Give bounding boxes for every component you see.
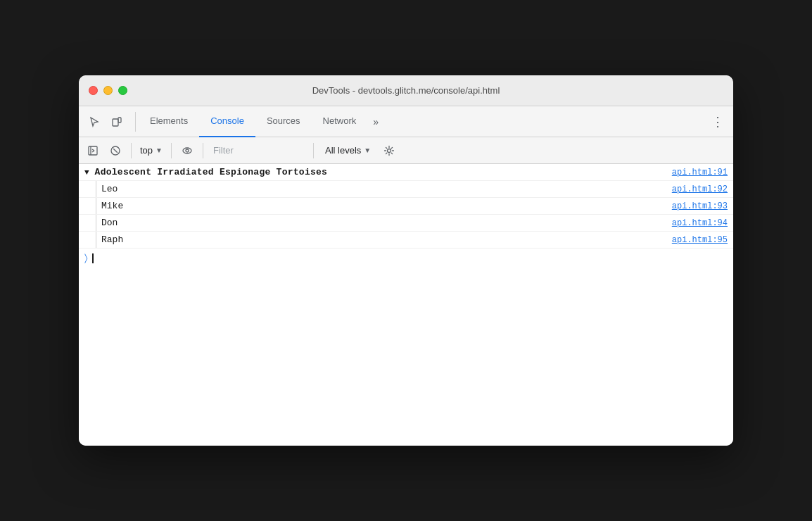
group-label: Adolescent Irradiated Espionage Tortoise… bbox=[95, 167, 658, 177]
console-content: ▼ Adolescent Irradiated Espionage Tortoi… bbox=[79, 164, 733, 446]
log-text-don: Don bbox=[101, 218, 661, 228]
tab-bar: Elements Console Sources Network » ⋮ bbox=[79, 106, 733, 137]
traffic-lights bbox=[89, 86, 127, 95]
svg-point-10 bbox=[388, 149, 391, 152]
console-toolbar: top ▼ All levels ▼ bbox=[79, 137, 733, 164]
svg-point-8 bbox=[183, 148, 191, 153]
toolbar-divider-3 bbox=[203, 143, 203, 158]
maximize-button[interactable] bbox=[118, 86, 127, 95]
log-group-header[interactable]: ▼ Adolescent Irradiated Espionage Tortoi… bbox=[79, 164, 733, 181]
more-options-button[interactable]: ⋮ bbox=[708, 112, 728, 132]
console-settings-button[interactable] bbox=[379, 141, 399, 161]
indent-line bbox=[96, 232, 96, 248]
toolbar-divider-4 bbox=[313, 143, 314, 158]
indent-line bbox=[96, 215, 96, 231]
log-source-92[interactable]: api.html:92 bbox=[661, 184, 728, 194]
group-expand-triangle[interactable]: ▼ bbox=[84, 168, 89, 177]
close-button[interactable] bbox=[89, 86, 98, 95]
inspect-element-button[interactable] bbox=[84, 112, 104, 132]
toolbar-divider bbox=[131, 143, 132, 158]
console-prompt[interactable]: 〉 bbox=[79, 249, 733, 268]
tab-console[interactable]: Console bbox=[199, 106, 255, 137]
toolbar-icons bbox=[84, 112, 136, 132]
device-toggle-button[interactable] bbox=[107, 112, 127, 132]
toolbar-divider-2 bbox=[171, 143, 172, 158]
indent-line bbox=[96, 181, 96, 197]
svg-rect-0 bbox=[113, 119, 118, 126]
watch-expressions-button[interactable] bbox=[177, 141, 197, 161]
svg-line-5 bbox=[92, 151, 94, 152]
log-source-95[interactable]: api.html:95 bbox=[661, 235, 728, 245]
svg-rect-1 bbox=[118, 118, 121, 123]
tab-sources[interactable]: Sources bbox=[255, 106, 312, 137]
log-entry-leo: Leo api.html:92 bbox=[79, 181, 733, 198]
log-entry-don: Don api.html:94 bbox=[79, 215, 733, 232]
more-tabs-button[interactable]: » bbox=[367, 106, 384, 137]
log-source-94[interactable]: api.html:94 bbox=[661, 218, 728, 228]
log-text-mike: Mike bbox=[101, 201, 661, 211]
log-source-93[interactable]: api.html:93 bbox=[661, 201, 728, 211]
sidebar-toggle-button[interactable] bbox=[83, 141, 103, 161]
levels-label: All levels bbox=[325, 145, 361, 156]
log-entry-raph: Raph api.html:95 bbox=[79, 232, 733, 249]
context-dropdown-arrow: ▼ bbox=[156, 146, 163, 154]
prompt-arrow-icon: 〉 bbox=[84, 253, 88, 264]
levels-dropdown-arrow: ▼ bbox=[364, 146, 371, 154]
filter-input[interactable] bbox=[209, 145, 307, 156]
minimize-button[interactable] bbox=[103, 86, 113, 95]
svg-rect-2 bbox=[89, 146, 97, 155]
log-entry-mike: Mike api.html:93 bbox=[79, 198, 733, 215]
context-value: top bbox=[140, 145, 153, 156]
devtools-window: DevTools - devtools.glitch.me/console/ap… bbox=[79, 75, 733, 446]
log-source-91[interactable]: api.html:91 bbox=[661, 168, 728, 177]
svg-line-7 bbox=[113, 149, 118, 153]
log-text-raph: Raph bbox=[101, 234, 661, 245]
window-title: DevTools - devtools.glitch.me/console/ap… bbox=[312, 85, 500, 96]
svg-point-9 bbox=[186, 149, 189, 152]
log-levels-button[interactable]: All levels ▼ bbox=[319, 145, 376, 156]
prompt-cursor bbox=[92, 253, 94, 263]
clear-console-button[interactable] bbox=[106, 141, 125, 161]
log-text-leo: Leo bbox=[101, 184, 661, 194]
context-selector[interactable]: top ▼ bbox=[137, 145, 165, 156]
indent-line bbox=[96, 198, 96, 214]
tab-network[interactable]: Network bbox=[312, 106, 368, 137]
title-bar: DevTools - devtools.glitch.me/console/ap… bbox=[79, 75, 733, 106]
tab-elements[interactable]: Elements bbox=[139, 106, 199, 137]
